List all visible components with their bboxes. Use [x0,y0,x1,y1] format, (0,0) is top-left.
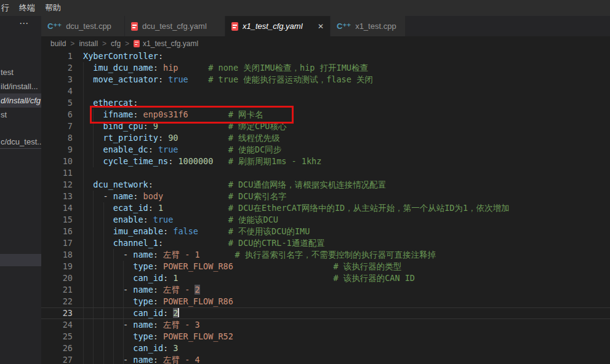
code-token: # none 关闭IMU检查，hip 打开IMU检查 [208,63,368,73]
line-number[interactable]: 4 [41,85,73,97]
line-number[interactable]: 7 [41,121,73,132]
code-line[interactable]: 14 ecat_id: 1 # DCU在EtherCAT网络中的ID，从主站开始… [41,202,610,214]
code-token: # 网卡名 [228,109,263,119]
code-line[interactable]: 2 imu_dcu_name: hip # none 关闭IMU检查，hip 打… [41,62,610,74]
code-line[interactable]: 20 can_id: 1 # 该执行器的CAN ID [41,272,610,284]
line-number[interactable]: 6 [41,109,73,121]
tab-x1-test-cfg-yaml[interactable]: x1_test_cfg.yaml ✕ [225,16,330,36]
code-token: : [153,355,158,364]
line-number[interactable]: 19 [41,261,73,272]
code-line[interactable]: 15 enable: true # 使能该DCU [41,214,610,226]
line-number[interactable]: 23 [41,307,73,319]
line-number[interactable]: 3 [41,74,73,85]
code-line[interactable]: 9 enable_dc: true # 使能DC同步 [41,144,610,156]
line-number[interactable]: 14 [41,202,73,214]
tab-dcu-test-cpp[interactable]: C⁺⁺ dcu_test.cpp [41,16,124,36]
line-number[interactable]: 15 [41,214,73,226]
line-number[interactable]: 12 [41,179,73,191]
line-number[interactable]: 18 [41,249,73,261]
line-number[interactable]: 10 [41,156,73,167]
line-text: ethercat: [73,97,138,109]
code-line[interactable]: 17 channel_1: # DCU的CTRL-1通道配置 [41,237,610,249]
sidebar-item-st[interactable]: st [0,108,41,122]
code-line[interactable]: 10 cycle_time_ns: 1000000 # 刷新周期1ms - 1k… [41,156,610,167]
code-line[interactable]: 12 dcu_network: # DCU通信网络，请根据实机连接情况配置 [41,179,610,191]
line-text: ecat_id: 1 # DCU在EtherCAT网络中的ID，从主站开始，第一… [73,202,510,214]
line-number[interactable]: 1 [41,50,73,62]
code-line[interactable]: 26 can_id: 3 [41,342,610,354]
code-line[interactable]: 23 can_id: 2 [41,307,610,319]
code-line[interactable]: 8 rt_priority: 90 # 线程优先级 [41,132,610,144]
sidebar-item-build-install[interactable]: ild/install... [0,79,41,93]
sidebar-highlight-row [0,254,41,266]
code-token [163,203,228,213]
breadcrumb-segment-install[interactable]: install [79,39,98,48]
sidebar-item-dcu-test[interactable]: c/dcu_test... [0,135,41,149]
code-token: - [103,191,113,201]
code-editor[interactable]: 1XyberController:2 imu_dcu_name: hip # n… [41,50,610,364]
line-number[interactable]: 8 [41,132,73,144]
code-area: 1XyberController:2 imu_dcu_name: hip # n… [41,50,610,364]
breadcrumb-segment-cfg[interactable]: cfg [111,39,121,48]
breadcrumb-segment-build[interactable]: build [50,39,66,48]
code-line[interactable]: 7 bind_cpu: 9 # 绑定CPU核心 [41,121,610,132]
code-token: : [153,250,158,259]
code-line[interactable]: 21 - name: 左臂 - 2 [41,284,610,296]
code-line[interactable]: 18 - name: 左臂 - 1 # 执行器索引名字，不需要控制的执行器可直接… [41,249,610,261]
code-token [158,250,163,259]
code-line[interactable]: 13 - name: body # DCU索引名字 [41,191,610,202]
code-token: # 该执行器的CAN ID [333,273,415,283]
breadcrumb-file[interactable]: x1_test_cfg.yaml [134,39,198,48]
code-token [83,331,133,341]
editor-tab-bar: C⁺⁺ dcu_test.cpp dcu_test_cfg.yaml x1_te… [41,16,610,36]
tab-x1-test-cpp[interactable]: C⁺⁺ x1_test.cpp [331,16,405,36]
code-line[interactable]: 4 [41,85,610,97]
code-line[interactable]: 19 type: POWER_FLOW_R86 # 该执行器的类型 [41,261,610,272]
line-number[interactable]: 2 [41,62,73,74]
line-number[interactable]: 17 [41,237,73,249]
code-line[interactable]: 27 - name: 左臂 - 4 [41,354,610,364]
code-line[interactable]: 11 [41,167,610,179]
line-text: - name: 左臂 - 2 [73,284,200,296]
code-token: true [158,144,179,154]
code-line[interactable]: 6 ifname: enp0s31f6 # 网卡名 [41,109,610,121]
code-token: # 绑定CPU核心 [228,121,287,131]
cpp-file-icon: C⁺⁺ [337,22,351,31]
line-number[interactable]: 21 [41,284,73,296]
tab-dcu-test-cfg-yaml[interactable]: dcu_test_cfg.yaml [125,16,225,36]
code-token [83,285,123,295]
menu-item-run[interactable]: 行 [0,0,14,16]
line-number[interactable]: 11 [41,167,73,179]
code-token: name [133,320,153,330]
code-line[interactable]: 22 type: POWER_FLOW_R86 [41,296,610,307]
tab-close-icon[interactable]: ✕ [313,22,324,31]
line-number[interactable]: 22 [41,296,73,307]
code-token [83,343,133,353]
more-actions-icon[interactable]: ⋯ [19,18,29,29]
line-number[interactable]: 25 [41,331,73,342]
code-line[interactable]: 24 - name: 左臂 - 3 [41,319,610,331]
menu-item-help[interactable]: 帮助 [40,0,66,16]
line-number[interactable]: 5 [41,97,73,109]
code-line[interactable]: 25 type: POWER_FLOW_R52 [41,331,610,342]
code-token: 90 [168,133,178,143]
line-number[interactable]: 16 [41,226,73,237]
line-number[interactable]: 24 [41,319,73,331]
line-number[interactable]: 27 [41,354,73,364]
code-token: : [163,308,168,318]
code-line[interactable]: 5 ethercat: [41,97,610,109]
code-line[interactable]: 16 imu_enable: false # 不使用该DCU的IMU [41,226,610,237]
code-token: false [173,226,198,236]
menu-item-terminal[interactable]: 终端 [14,0,40,16]
code-line[interactable]: 1XyberController: [41,50,610,62]
yaml-file-icon [131,22,138,31]
line-text [73,167,83,179]
code-line[interactable]: 3 move_actuator: true # true 使能执行器运动测试，f… [41,74,610,85]
sidebar-item-test[interactable]: test [0,65,41,79]
sidebar-item-install-cfg[interactable]: d/install/cfg [0,93,41,108]
tab-label: x1_test_cfg.yaml [243,22,303,31]
line-number[interactable]: 26 [41,342,73,354]
line-number[interactable]: 9 [41,144,73,156]
line-number[interactable]: 20 [41,272,73,284]
line-number[interactable]: 13 [41,191,73,202]
